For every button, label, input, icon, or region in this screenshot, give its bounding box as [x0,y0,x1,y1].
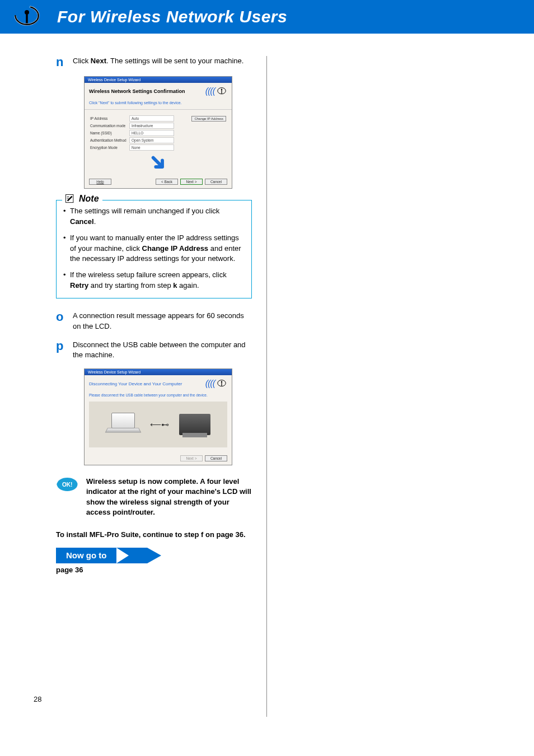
dialog1-titlebar: Wireless Device Setup Wizard [85,77,232,83]
note-item-3: If the wireless setup failure screen app… [62,270,246,291]
screenshot-settings-confirmation: Wireless Device Setup Wizard Wireless Ne… [84,76,252,189]
dialog2-heading: Disconnecting Your Device and Your Compu… [89,381,182,386]
column-divider [266,56,267,717]
arrow-down-right-icon [151,155,166,171]
dialog1-heading: Wireless Network Settings Confirmation [89,88,185,94]
row-ip-value: Auto [129,115,174,122]
now-go-to-banner: Now go to [56,548,252,563]
dialog1-subtitle: Click "Next" to submit following setting… [85,99,232,110]
change-ip-button[interactable]: Change IP Address [191,116,226,122]
note-item-2: If you want to manually enter the IP add… [62,233,246,265]
dialog2-subtitle: Please disconnect the USB cable between … [89,393,227,397]
wireless-icon [10,3,44,30]
svg-point-14 [57,482,61,487]
disconnect-graphic: ⟵⊷ [89,402,227,447]
page-reference: page 36 [56,566,252,574]
cancel-button[interactable]: Cancel [205,179,227,185]
step-letter-p: p [56,340,73,361]
page-number: 28 [34,695,41,703]
step-p: p Disconnect the USB cable between the c… [56,340,252,361]
note-title: Note [79,194,99,204]
row-comm-value: Infrastructure [129,123,174,129]
step-p-body: Disconnect the USB cable between the com… [73,340,252,361]
row-auth-value: Open System [129,137,174,143]
ok-badge-icon: OK! [56,477,81,492]
dialog2-titlebar: Wireless Device Setup Wizard [85,369,232,375]
step-o: o A connection result message appears fo… [56,311,252,332]
svg-marker-16 [116,548,161,563]
arrow-right-icon [116,548,161,563]
row-ssid-label: Name (SSID) [90,131,129,135]
step-letter-o: o [56,311,73,332]
printer-icon [179,414,210,435]
row-comm-label: Communication mode [90,124,129,128]
step-n-body: Click Next. The settings will be sent to… [73,56,252,68]
wifi-logo: (((( [205,379,227,389]
screenshot-disconnect-usb: Wireless Device Setup Wizard Disconnecti… [84,368,252,465]
cancel-button[interactable]: Cancel [205,455,227,461]
back-button[interactable]: < Back [156,179,178,185]
note-pencil-icon [65,194,76,203]
continue-instruction: To install MFL-Pro Suite, continue to st… [56,530,252,540]
step-letter-n: n [56,56,73,68]
note-item-1: The settings will remain unchanged if yo… [62,206,246,227]
usb-disconnect-icon: ⟵⊷ [150,420,169,429]
now-go-to-label: Now go to [56,548,116,563]
help-button[interactable]: Help [89,179,111,185]
svg-point-2 [25,10,29,15]
next-button-disabled: Next > [180,455,203,461]
laptop-icon [106,413,140,436]
next-button[interactable]: Next > [180,179,203,185]
header-banner: For Wireless Network Users [0,0,534,34]
row-ssid-value: HELLO [129,130,174,136]
step-o-body: A connection result message appears for … [73,311,252,332]
ok-text: Wireless setup is now complete. A four l… [86,477,252,517]
svg-text:OK!: OK! [62,482,72,488]
row-ip-label: IP Address [90,116,129,120]
header-title: For Wireless Network Users [57,7,287,26]
step-n: n Click Next. The settings will be sent … [56,56,252,68]
note-box: Note The settings will remain unchanged … [56,200,252,298]
row-auth-label: Authentication Method [90,138,129,142]
row-enc-value: None [129,144,174,151]
wifi-logo: (((( [205,86,227,96]
ok-callout: OK! Wireless setup is now complete. A fo… [56,477,252,517]
row-enc-label: Encryption Mode [90,146,129,150]
